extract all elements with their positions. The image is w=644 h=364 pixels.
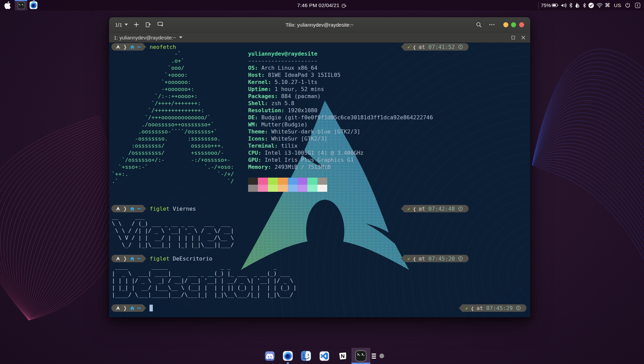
tray-expander[interactable]	[632, 0, 643, 10]
home-tilde: ~	[137, 304, 141, 311]
neofetch-ascii-logo: -` .o+` `ooo/ `+oooo: `+oooooo: -+oooooo…	[112, 50, 234, 185]
neofetch-field-label: Terminal:	[248, 143, 278, 149]
command-icon: ⌘	[605, 2, 610, 8]
prompt-segment-tip	[143, 255, 146, 262]
keyboard-layout[interactable]: US	[611, 0, 624, 10]
time-segment-tip	[459, 304, 462, 312]
command-text: figlet DeEscritorio	[149, 255, 212, 262]
battery-indicator[interactable]: 75%	[540, 0, 560, 10]
palette-swatch	[248, 178, 258, 185]
dock-item-firefox[interactable]	[279, 348, 297, 364]
home-tilde: ~	[137, 255, 141, 262]
plus-icon	[134, 22, 139, 27]
new-session-button[interactable]	[133, 21, 140, 28]
bluetooth2-indicator[interactable]	[582, 0, 587, 10]
search-button[interactable]	[475, 21, 482, 28]
neofetch-user-host: yuliannydev@raydesite	[248, 51, 317, 57]
dock-item-tilix[interactable]	[351, 348, 370, 364]
neofetch-info: yuliannydev@raydesite-------------------…	[248, 50, 433, 171]
apple-menu[interactable]	[0, 0, 15, 10]
clock-icon	[458, 44, 463, 49]
palette-swatch	[317, 185, 327, 192]
home-icon	[130, 256, 135, 261]
vscode-icon	[319, 351, 329, 361]
session-counter-label: 1/1	[115, 22, 122, 28]
panel-task-firefox[interactable]	[27, 0, 40, 10]
volume-indicator[interactable]	[560, 0, 568, 10]
prompt-time-segment: ✔ ❮ at 07:42:48	[401, 205, 469, 212]
home-icon	[130, 45, 135, 49]
volume-icon	[561, 3, 567, 8]
chevron-down-icon	[179, 36, 182, 38]
neofetch-field-value: WhiteSur [GTK2/3]	[268, 135, 327, 142]
status-ok-icon: ✔	[408, 205, 410, 212]
session-counter[interactable]: 1/1	[115, 22, 128, 28]
prompt-separator-icon: ❯	[120, 303, 130, 313]
split-down-icon	[157, 22, 164, 28]
prompt-separator-icon: ❯	[120, 43, 130, 52]
battery-icon	[552, 3, 559, 7]
neofetch-field-value: 884 (pacman)	[278, 93, 320, 99]
prompt-line: ❯ ~ ✔ ❮ at 07:45:29	[111, 304, 530, 312]
neofetch-field-label: Icons:	[248, 135, 268, 142]
wallpaper-right-fan	[532, 49, 644, 266]
caffeine-icon[interactable]	[341, 3, 347, 8]
menu-button[interactable]	[488, 21, 496, 28]
prompt-segment-tip	[143, 205, 146, 212]
clock-icon	[458, 206, 463, 211]
split-right-button[interactable]	[145, 21, 152, 28]
chevron-left-box-icon	[635, 3, 640, 8]
updates-indicator[interactable]	[587, 0, 595, 10]
session-maximize-button[interactable]	[510, 34, 516, 40]
neofetch-field-value: 1 hour, 52 mins	[271, 86, 324, 92]
window-buttons	[503, 22, 524, 27]
prompt-segment-tip	[143, 43, 146, 51]
dock-item-vscode[interactable]	[315, 348, 333, 364]
dock-item-discord[interactable]	[261, 348, 279, 364]
square-icon	[511, 36, 515, 39]
command-text: figlet Viernes	[149, 205, 196, 212]
neofetch-field-value: Budgie (git-f0e0f9f1d05c6ce30181d3ff1dca…	[258, 114, 433, 121]
dock-item-notion[interactable]	[333, 348, 351, 364]
palette-swatch	[248, 185, 258, 192]
split-right-icon	[145, 22, 151, 28]
time-segment-tip	[401, 43, 404, 51]
prompt-line: ❯ ~ neofetch ✔ ❮ at 07:41:52	[111, 43, 530, 51]
palette-swatch	[288, 185, 298, 192]
prompt-time-segment: ✔ ❮ at 07:45:20	[401, 255, 469, 262]
maximize-button[interactable]	[511, 22, 516, 27]
palette-swatch	[278, 185, 287, 192]
wifi-icon	[596, 3, 603, 8]
neofetch-field-value: 5.10.27-1-lts	[271, 79, 317, 85]
power-indicator[interactable]	[624, 0, 632, 10]
figlet-viernes-output: __ ___ \ \ / (_) ___ _ __ _ __ ___ ___ \…	[112, 213, 234, 248]
time-value: 07:42:48	[429, 205, 455, 212]
wifi-indicator[interactable]	[595, 0, 604, 10]
command-key-indicator[interactable]: ⌘	[604, 0, 611, 10]
neofetch-field-value: WhiteSur-dark-blue [GTK2/3]	[268, 128, 360, 135]
ellipsis-icon	[489, 24, 495, 26]
panel-task-tilix[interactable]	[15, 0, 27, 10]
home-icon	[130, 207, 135, 211]
palette-swatch	[268, 185, 278, 192]
tray-separator	[538, 2, 539, 9]
time-value: 07:45:29	[486, 305, 513, 312]
dock-menu-icon[interactable]	[372, 354, 376, 359]
minimize-button[interactable]	[503, 22, 508, 27]
wallpaper-left-fan	[0, 116, 125, 320]
split-down-button[interactable]	[157, 21, 164, 28]
dock-status-dot[interactable]	[379, 354, 384, 358]
time-label: at	[476, 305, 486, 312]
hotcorner-indicator[interactable]	[574, 0, 582, 10]
neofetch-field-value: Intel Iris Plus Graphics G1	[261, 157, 353, 163]
neofetch-field-label: OS:	[248, 65, 258, 71]
terminal[interactable]: -` .o+` `ooo/ `+oooo: `+oooooo: -+oooooo…	[109, 43, 530, 317]
neofetch-field-label: Theme:	[248, 128, 268, 135]
palette-swatch	[298, 178, 307, 185]
close-button[interactable]	[519, 22, 524, 27]
session-close-button[interactable]	[520, 34, 526, 40]
bluetooth-icon	[569, 3, 573, 8]
bluetooth-indicator[interactable]	[568, 0, 574, 10]
session-tab[interactable]: 1: yuliannydev@raydesite:~	[113, 35, 182, 40]
dock-item-finder[interactable]	[297, 348, 315, 364]
